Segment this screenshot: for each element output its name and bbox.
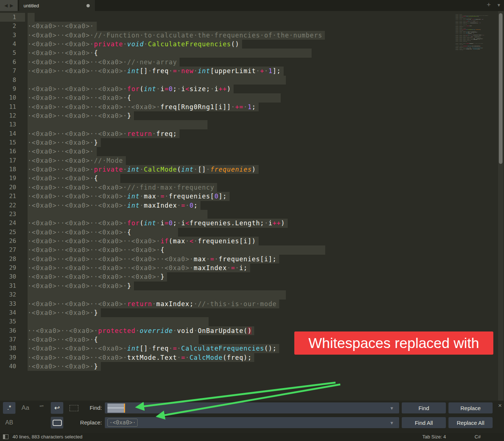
code-line[interactable]: 24·<0xa0>··<0xa0>··<0xa0>·for(int·i=0;·i… — [0, 219, 497, 227]
code-token: ·<0xa0>··<0xa0>· — [28, 49, 94, 57]
code-line[interactable]: 21·<0xa0>··<0xa0>··<0xa0>·int·max·=·freq… — [0, 192, 497, 201]
code-token: · — [264, 219, 268, 227]
wrap-toggle-button[interactable]: ↩ — [51, 402, 63, 414]
code-line[interactable]: 27·<0xa0>··<0xa0>··<0xa0>··<0xa0>·{ — [0, 245, 497, 254]
code-line[interactable]: 8 — [0, 76, 497, 85]
code-token: + — [260, 67, 264, 75]
replace-history-dropdown-icon[interactable]: ▼ — [390, 420, 394, 426]
regex-toggle-button[interactable]: .* — [3, 402, 15, 414]
code-token: = — [181, 202, 185, 209]
code-line[interactable]: 2·<0xa0>··<0xa0>· — [0, 22, 497, 31]
code-token: { — [127, 94, 131, 101]
code-token: //·find·max·frequency — [127, 184, 214, 191]
code-token: ) — [252, 166, 256, 173]
replace-input[interactable]: ·<0xa0>· ▼ — [105, 417, 399, 428]
selection-band: ·<0xa0>··<0xa0>··<0xa0>··<0xa0>·freq[Rng… — [28, 103, 259, 111]
text-caret — [124, 404, 125, 413]
line-number: 5 — [0, 49, 25, 57]
code-token: ( — [140, 219, 144, 227]
scrollbar-thumb[interactable] — [499, 13, 503, 164]
code-line[interactable]: 34·<0xa0>··<0xa0>·} — [0, 308, 497, 317]
code-token: i — [160, 219, 164, 227]
code-line[interactable]: 7·<0xa0>··<0xa0>··<0xa0>·int[]·freq·=·ne… — [0, 67, 497, 75]
code-token: · — [123, 166, 127, 173]
back-icon[interactable]: ◀ — [4, 3, 8, 8]
code-line[interactable]: 20·<0xa0>··<0xa0>··<0xa0>·//·find·max·fr… — [0, 183, 497, 192]
code-token: ·<0xa0>··<0xa0>· — [28, 336, 94, 343]
syntax-indicator[interactable]: C# — [475, 434, 481, 440]
sidebar-toggle-icon[interactable] — [3, 434, 8, 439]
code-line[interactable]: 15·<0xa0>··<0xa0>·} — [0, 138, 497, 147]
code-token: frequenies[i]) — [198, 237, 256, 245]
tab-overflow-icon[interactable]: ▼ — [497, 3, 501, 8]
find-all-button[interactable]: Find All — [402, 417, 446, 428]
code-line[interactable]: 29·<0xa0>··<0xa0>··<0xa0>··<0xa0>··<0xa0… — [0, 263, 497, 272]
code-line[interactable]: 35 — [0, 317, 497, 326]
find-button[interactable]: Find — [402, 402, 446, 413]
selection-band: ·<0xa0>··<0xa0>··<0xa0>·return·freq; — [28, 129, 180, 138]
line-number: 35 — [0, 317, 25, 326]
line-number: 8 — [0, 76, 25, 85]
code-token: · — [148, 67, 152, 75]
code-token: ·<0xa0>··<0xa0>··<0xa0>· — [28, 229, 127, 236]
minimap[interactable]: ·<0xa0>··<0xa0>··<0xa0>··<0xa0>·//·Funct… — [455, 13, 492, 51]
code-token: OnBarUpdate( — [198, 327, 248, 334]
line-number: 26 — [0, 237, 25, 245]
code-token: = — [164, 219, 168, 227]
code-line[interactable]: 6·<0xa0>··<0xa0>··<0xa0>·//·new·array — [0, 58, 497, 67]
code-line[interactable]: 19·<0xa0>··<0xa0>·{ — [0, 174, 497, 183]
code-token: · — [231, 103, 235, 111]
code-token: () — [231, 40, 239, 48]
code-line[interactable]: 9·<0xa0>··<0xa0>··<0xa0>·for(int·i=0;·i<… — [0, 85, 497, 93]
code-line[interactable]: 31·<0xa0>··<0xa0>··<0xa0>·} — [0, 282, 497, 290]
code-line[interactable]: 5·<0xa0>··<0xa0>·{ — [0, 49, 497, 57]
replace-all-button[interactable]: Replace All — [448, 417, 493, 428]
replace-button[interactable]: Replace — [448, 402, 493, 413]
code-line[interactable]: 22·<0xa0>··<0xa0>··<0xa0>·int·maxIndex·=… — [0, 201, 497, 210]
code-token: ··<0xa0>··<0xa0>· — [28, 327, 98, 334]
code-line[interactable]: 12·<0xa0>··<0xa0>··<0xa0>·} — [0, 111, 497, 120]
code-line[interactable]: 10·<0xa0>··<0xa0>··<0xa0>·{ — [0, 93, 497, 102]
line-number: 32 — [0, 290, 25, 299]
code-line[interactable]: 32 — [0, 290, 497, 299]
code-line[interactable]: 28·<0xa0>··<0xa0>··<0xa0>··<0xa0>··<0xa0… — [0, 255, 497, 263]
scrollbar-track[interactable] — [498, 11, 503, 401]
highlight-matches-toggle-button[interactable] — [51, 417, 63, 429]
code-line[interactable]: 16·<0xa0>··<0xa0>· — [0, 147, 497, 156]
code-token: 0 — [189, 202, 194, 209]
code-line[interactable]: 4·<0xa0>··<0xa0>·private·void·CalculateF… — [0, 40, 497, 49]
code-editor[interactable]: 12·<0xa0>··<0xa0>·3·<0xa0>··<0xa0>·//·Fu… — [0, 11, 497, 371]
find-input[interactable]: ▼ — [105, 402, 399, 413]
literal-toggle-button[interactable]: “” — [35, 402, 48, 414]
forward-icon[interactable]: ▶ — [10, 3, 13, 8]
new-tab-icon[interactable]: + — [487, 1, 491, 9]
tab-untitled[interactable]: untitled — [19, 0, 95, 11]
code-line[interactable]: 26·<0xa0>··<0xa0>··<0xa0>··<0xa0>·if(max… — [0, 237, 497, 245]
selection-band — [28, 120, 207, 129]
code-line[interactable]: 1 — [0, 13, 497, 22]
tab-size-indicator[interactable]: Tab Size: 4 — [422, 434, 446, 440]
code-line[interactable]: 33·<0xa0>··<0xa0>··<0xa0>·return·maxInde… — [0, 300, 497, 308]
code-line[interactable]: 30·<0xa0>··<0xa0>··<0xa0>··<0xa0>·} — [0, 272, 497, 281]
code-line[interactable]: 18·<0xa0>··<0xa0>·private·int·CalcMode(i… — [0, 165, 497, 174]
find-label: Find: — [72, 405, 102, 411]
case-sensitive-toggle-button[interactable]: Aa — [19, 402, 32, 414]
close-panel-icon[interactable]: × — [498, 402, 502, 409]
code-line[interactable]: 25·<0xa0>··<0xa0>··<0xa0>·{ — [0, 228, 497, 237]
code-line[interactable]: 11·<0xa0>··<0xa0>··<0xa0>··<0xa0>·freq[R… — [0, 103, 497, 111]
selection-band: ·<0xa0>··<0xa0>··<0xa0>·txtMode.Text·=·C… — [28, 353, 254, 362]
code-line[interactable]: 3·<0xa0>··<0xa0>·//·Function·to·calculat… — [0, 31, 497, 40]
code-token: size; — [189, 85, 210, 93]
whole-word-toggle-button[interactable]: AB — [3, 417, 15, 429]
code-line[interactable]: 23 — [0, 210, 497, 219]
code-line[interactable]: 17·<0xa0>··<0xa0>·//·Mode — [0, 156, 497, 165]
code-line[interactable]: 40·<0xa0>··<0xa0>·} — [0, 362, 497, 371]
code-line[interactable]: 13 — [0, 120, 497, 129]
find-history-dropdown-icon[interactable]: ▼ — [390, 406, 394, 411]
highlight-box-icon — [53, 420, 62, 426]
selection-band: ·<0xa0>··<0xa0>··<0xa0>··<0xa0>··<0xa0>·… — [28, 255, 279, 263]
line-number: 14 — [0, 129, 25, 138]
code-token: { — [127, 229, 131, 236]
code-line[interactable]: 14·<0xa0>··<0xa0>··<0xa0>·return·freq; — [0, 129, 497, 138]
code-token: CalculateFrequencies — [181, 345, 265, 352]
